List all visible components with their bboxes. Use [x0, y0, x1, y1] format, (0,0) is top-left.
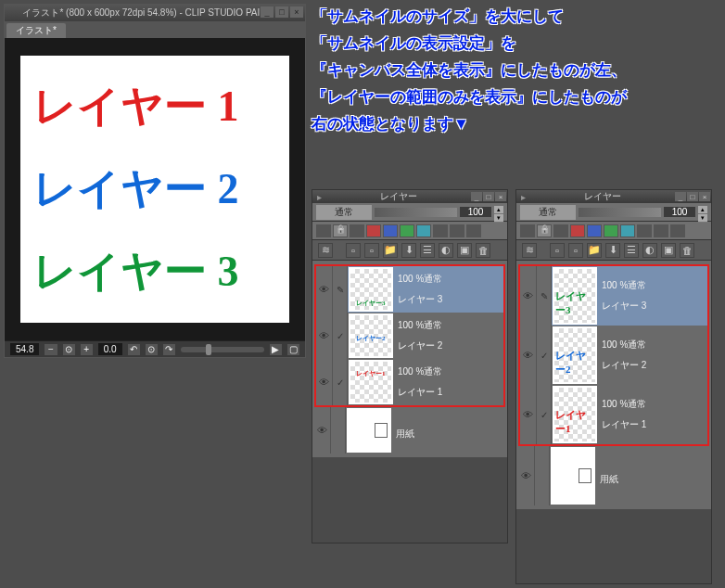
document-tab[interactable]: イラスト*: [6, 23, 66, 38]
layer-thumbnail[interactable]: レイヤー1: [349, 360, 393, 404]
check-icon[interactable]: ✓: [333, 359, 348, 405]
zoom-out-button[interactable]: −: [45, 344, 57, 355]
color-green-icon[interactable]: [400, 224, 414, 237]
clip-icon[interactable]: [520, 224, 535, 237]
panel-min-button[interactable]: _: [675, 192, 686, 201]
layer-row-2[interactable]: 👁 ✓ レイヤー2 100 %通常 レイヤー 2: [316, 313, 503, 359]
check-icon[interactable]: ✓: [537, 326, 552, 385]
color-red-icon[interactable]: [366, 224, 381, 237]
check-icon[interactable]: ✓: [537, 385, 552, 444]
layer-name[interactable]: レイヤー 2: [602, 359, 707, 372]
layer-row-3[interactable]: 👁 ✎ レイヤー3 100 %通常 レイヤー 3: [316, 266, 503, 313]
new-layer-icon[interactable]: ▫: [550, 243, 565, 258]
paper-name[interactable]: 用紙: [396, 428, 505, 441]
new-folder-icon[interactable]: 📁: [383, 243, 398, 258]
transfer-down-icon[interactable]: ⬇: [605, 243, 620, 258]
mask-icon[interactable]: [433, 224, 448, 237]
color-cyan-icon[interactable]: [620, 224, 635, 237]
rotate-reset-button[interactable]: ⊙: [146, 344, 158, 355]
layer-name[interactable]: レイヤー 1: [602, 418, 707, 431]
paper-name[interactable]: 用紙: [600, 473, 709, 486]
layer-thumbnail[interactable]: レイヤー1: [553, 386, 597, 443]
clip-icon[interactable]: [316, 224, 331, 237]
delete-layer-icon[interactable]: 🗑: [476, 243, 490, 258]
ref-icon[interactable]: [350, 224, 364, 237]
zoom-in-button[interactable]: +: [81, 344, 93, 355]
visibility-toggle[interactable]: 👁: [314, 407, 331, 454]
transfer-down-icon[interactable]: ⬇: [401, 243, 416, 258]
timeline-slider[interactable]: [181, 347, 264, 352]
mask2-icon[interactable]: [466, 224, 481, 237]
panel-close-button[interactable]: ×: [699, 192, 710, 201]
panel-max-button[interactable]: □: [483, 192, 494, 201]
ruler-icon[interactable]: [450, 224, 464, 237]
visibility-toggle[interactable]: 👁: [520, 326, 537, 385]
layer-panel-titlebar[interactable]: ▸ レイヤー _ □ ×: [312, 190, 507, 203]
merge-down-icon[interactable]: ☰: [624, 243, 639, 258]
layer-thumbnail[interactable]: レイヤー2: [553, 326, 597, 384]
delete-layer-icon[interactable]: 🗑: [680, 243, 694, 258]
layer-name[interactable]: レイヤー 3: [398, 293, 503, 306]
mask-icon[interactable]: [637, 224, 652, 237]
layer-row-1[interactable]: 👁 ✓ レイヤー1 100 %通常 レイヤー 1: [520, 385, 707, 444]
opacity-slider[interactable]: [375, 208, 457, 217]
color-blue-icon[interactable]: [383, 224, 398, 237]
lock-icon[interactable]: [537, 224, 552, 237]
apply-mask-icon[interactable]: ▣: [457, 243, 472, 258]
layer-mask-icon[interactable]: ◐: [642, 243, 657, 258]
visibility-toggle[interactable]: 👁: [316, 359, 333, 405]
panel-close-button[interactable]: ×: [495, 192, 506, 201]
document-titlebar[interactable]: イラスト* (800 x 600px 72dpi 54.8%) - CLIP S…: [5, 5, 305, 21]
mask2-icon[interactable]: [670, 224, 685, 237]
layer-panel-titlebar[interactable]: ▸ レイヤー _ □ ×: [516, 190, 711, 203]
panel-min-button[interactable]: _: [471, 192, 482, 201]
rotate-ccw-button[interactable]: ↶: [128, 344, 140, 355]
rotation-value[interactable]: 0.0: [98, 343, 122, 355]
palette-nav-icon[interactable]: ≋: [318, 243, 333, 258]
opacity-stepper[interactable]: ▴▾: [494, 206, 503, 219]
layer-thumbnail[interactable]: レイヤー3: [553, 267, 597, 325]
blend-mode-select[interactable]: 通常: [316, 205, 372, 220]
ref-icon[interactable]: [553, 224, 568, 237]
play-button[interactable]: ▶: [270, 344, 282, 355]
layer-row-2[interactable]: 👁 ✓ レイヤー2 100 %通常 レイヤー 2: [520, 326, 707, 385]
color-blue-icon[interactable]: [587, 224, 602, 237]
check-icon[interactable]: ✓: [333, 313, 348, 359]
paper-thumbnail[interactable]: [347, 408, 391, 453]
frame-button[interactable]: ▢: [287, 344, 299, 355]
active-layer-icon[interactable]: ✎: [537, 266, 552, 326]
close-button[interactable]: ×: [290, 6, 303, 18]
visibility-toggle[interactable]: 👁: [316, 266, 333, 313]
visibility-toggle[interactable]: 👁: [520, 266, 537, 326]
lock-icon[interactable]: [333, 224, 348, 237]
panel-max-button[interactable]: □: [687, 192, 698, 201]
blend-mode-select[interactable]: 通常: [520, 205, 576, 220]
paper-row[interactable]: 👁 用紙: [314, 407, 505, 454]
maximize-button[interactable]: □: [275, 6, 288, 18]
layer-name[interactable]: レイヤー 3: [602, 300, 707, 313]
color-red-icon[interactable]: [570, 224, 585, 237]
canvas[interactable]: レイヤー 1 レイヤー 2 レイヤー 3: [20, 56, 289, 323]
opacity-value[interactable]: 100: [460, 207, 491, 217]
panel-menu-icon[interactable]: ▸: [516, 192, 529, 202]
merge-down-icon[interactable]: ☰: [420, 243, 435, 258]
new-layer-icon[interactable]: ▫: [346, 243, 361, 258]
layer-thumbnail[interactable]: レイヤー3: [349, 267, 393, 312]
zoom-fit-button[interactable]: ⊙: [63, 344, 75, 355]
layer-mask-icon[interactable]: ◐: [439, 243, 453, 258]
opacity-stepper[interactable]: ▴▾: [698, 206, 707, 219]
color-cyan-icon[interactable]: [416, 224, 431, 237]
canvas-area[interactable]: レイヤー 1 レイヤー 2 レイヤー 3: [5, 38, 305, 340]
apply-mask-icon[interactable]: ▣: [661, 243, 676, 258]
visibility-toggle[interactable]: 👁: [518, 446, 535, 505]
new-layer2-icon[interactable]: ▫: [568, 243, 583, 258]
minimize-button[interactable]: _: [261, 6, 273, 18]
paper-row[interactable]: 👁 用紙: [518, 446, 709, 505]
opacity-value[interactable]: 100: [664, 207, 695, 217]
layer-name[interactable]: レイヤー 2: [398, 339, 503, 352]
layer-row-1[interactable]: 👁 ✓ レイヤー1 100 %通常 レイヤー 1: [316, 359, 503, 405]
layer-row-3[interactable]: 👁 ✎ レイヤー3 100 %通常 レイヤー 3: [520, 266, 707, 326]
zoom-value[interactable]: 54.8: [10, 343, 39, 355]
new-layer2-icon[interactable]: ▫: [364, 243, 379, 258]
new-folder-icon[interactable]: 📁: [587, 243, 602, 258]
